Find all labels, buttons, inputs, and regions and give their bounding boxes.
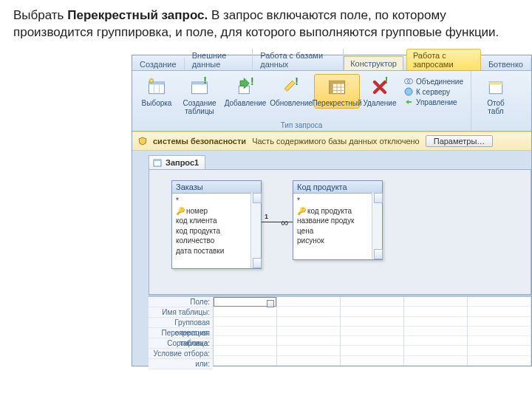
btn-delete-query[interactable]: ! Удаление — [360, 74, 400, 109]
relationship-canvas[interactable]: Заказы * 🔑номер код клиента код продукта… — [149, 169, 531, 295]
grid-column[interactable] — [277, 297, 341, 366]
label-show-table: Отоб табл — [487, 100, 505, 115]
field-item[interactable]: код продукта — [176, 226, 257, 236]
label-make-table: Создание таблицы — [183, 100, 216, 115]
field-item[interactable]: цена — [297, 226, 378, 236]
grid-label-sort: Сортировка: — [149, 338, 213, 349]
field-item[interactable]: дата поставки — [176, 246, 257, 256]
label-append: Добавление — [225, 100, 267, 108]
btn-show-table[interactable]: Отоб табл — [476, 74, 516, 116]
append-icon: ! — [234, 76, 256, 98]
btn-append-query[interactable]: ! Добавление — [222, 74, 268, 109]
ribbon-small-buttons: Объединение К серверу Управление — [400, 74, 466, 106]
page-caption: Выбрать Перекрестный запрос. В запрос вк… — [0, 0, 532, 44]
grid-cell[interactable] — [214, 346, 276, 355]
grid-label-crosstab: Перекрестная таблица: — [149, 328, 213, 338]
btn-crosstab-query[interactable]: Перекрестный — [314, 74, 360, 109]
grid-column[interactable] — [468, 297, 531, 366]
table-orders-fields: * 🔑номер код клиента код продукта количе… — [172, 194, 261, 267]
btn-data-definition[interactable]: Управление — [404, 98, 463, 106]
key-icon: 🔑 — [176, 207, 185, 215]
ribbon-tabs: Создание Внешние данные Работа с базами … — [132, 55, 531, 71]
label-delete: Удаление — [363, 100, 396, 108]
grid-cell[interactable] — [214, 327, 276, 336]
grid-columns — [214, 297, 531, 366]
grid-row-labels: Поле: Имя таблицы: Групповая операция: П… — [149, 297, 214, 366]
key-icon: 🔑 — [297, 207, 306, 215]
table-product-fields: * 🔑код продукта название продук цена рис… — [293, 194, 382, 258]
label-select: Выборка — [142, 100, 172, 108]
btn-update-query[interactable]: ! Обновление — [268, 74, 314, 109]
grid-cell[interactable] — [214, 307, 276, 316]
security-message: Часть содержимого базы данных отключено — [252, 137, 420, 146]
label-passthrough: К серверу — [416, 88, 450, 96]
query-design-grid[interactable]: Поле: Имя таблицы: Групповая операция: П… — [149, 295, 531, 366]
svg-text:!: ! — [250, 77, 254, 87]
svg-rect-23 — [489, 82, 502, 85]
scrollbar[interactable] — [250, 193, 261, 268]
update-icon: ! — [280, 76, 302, 98]
show-table-icon — [485, 76, 507, 98]
shield-icon — [138, 137, 147, 146]
label-crosstab: Перекрестный — [312, 100, 361, 108]
field-item[interactable]: 🔑код продукта — [297, 206, 378, 216]
scrollbar[interactable] — [372, 193, 382, 259]
svg-point-21 — [405, 88, 412, 95]
table-product[interactable]: Код продукта * 🔑код продукта название пр… — [293, 180, 383, 260]
btn-make-table-query[interactable]: ! Создание таблицы — [177, 74, 222, 116]
datasheet-icon — [146, 76, 168, 98]
grid-label-criteria: Условие отбора: — [149, 349, 213, 359]
svg-text:!: ! — [295, 77, 299, 87]
tab-external-data[interactable]: Внешние данные — [185, 49, 253, 70]
query-tab-label: Запрос1 — [166, 158, 199, 167]
grid-cell[interactable] — [214, 356, 276, 366]
tab-constructor[interactable]: Конструктор — [344, 56, 403, 70]
grid-column[interactable] — [214, 297, 277, 366]
document-area: Запрос1 Заказы * 🔑номер код клиента код … — [132, 151, 531, 366]
table-orders[interactable]: Заказы * 🔑номер код клиента код продукта… — [171, 180, 262, 269]
tab-database-tools[interactable]: Работа с базами данных — [253, 49, 344, 70]
data-definition-icon — [404, 98, 413, 106]
field-star[interactable]: * — [297, 196, 378, 206]
field-star[interactable]: * — [176, 196, 257, 206]
svg-rect-25 — [154, 160, 161, 161]
crosstab-icon — [326, 76, 348, 98]
grid-cell-field-dropdown[interactable] — [214, 297, 276, 307]
field-item[interactable]: рисунок — [297, 236, 378, 246]
ribbon-group-setup: Отоб табл — [471, 71, 520, 131]
query-tab[interactable]: Запрос1 — [149, 155, 205, 169]
label-update: Обновление — [270, 100, 313, 108]
security-options-button[interactable]: Параметры… — [426, 135, 494, 147]
caption-prefix: Выбрать — [13, 8, 67, 22]
grid-cell[interactable] — [214, 317, 276, 327]
table-product-title: Код продукта — [293, 181, 382, 194]
btn-select-query[interactable]: Выборка — [137, 74, 177, 109]
grid-label-or: или: — [149, 359, 213, 369]
svg-point-4 — [149, 79, 153, 83]
ribbon-group-query-type: Выборка ! Создание таблицы ! Добавление … — [132, 71, 471, 131]
grid-column[interactable] — [341, 297, 404, 366]
field-item[interactable]: код клиента — [176, 216, 257, 226]
security-warning-bar: системы безопасности Часть содержимого б… — [132, 132, 531, 151]
tab-create[interactable]: Создание — [132, 58, 185, 70]
label-union: Объединение — [416, 78, 463, 86]
field-item[interactable]: количество — [176, 236, 257, 246]
field-item[interactable]: название продук — [297, 216, 378, 226]
tab-extra[interactable]: Ботвенко — [481, 58, 531, 70]
btn-passthrough-query[interactable]: К серверу — [404, 87, 463, 96]
svg-text:!: ! — [385, 77, 388, 86]
ribbon: Выборка ! Создание таблицы ! Добавление … — [132, 71, 531, 132]
relation-one-label: 1 — [265, 213, 268, 220]
make-table-icon: ! — [188, 76, 211, 98]
ribbon-group-label: Тип запроса — [132, 121, 471, 129]
grid-label-field: Поле: — [149, 297, 213, 307]
btn-union-query[interactable]: Объединение — [404, 77, 463, 86]
field-item[interactable]: 🔑номер — [176, 206, 257, 216]
grid-label-total: Групповая операция: — [149, 318, 213, 328]
label-datadef: Управление — [416, 98, 457, 106]
grid-column[interactable] — [404, 297, 468, 366]
context-tab-query-tools[interactable]: Работа с запросами — [406, 49, 481, 70]
grid-label-table: Имя таблицы: — [149, 307, 213, 318]
grid-cell[interactable] — [214, 336, 276, 346]
svg-text:!: ! — [203, 77, 207, 86]
